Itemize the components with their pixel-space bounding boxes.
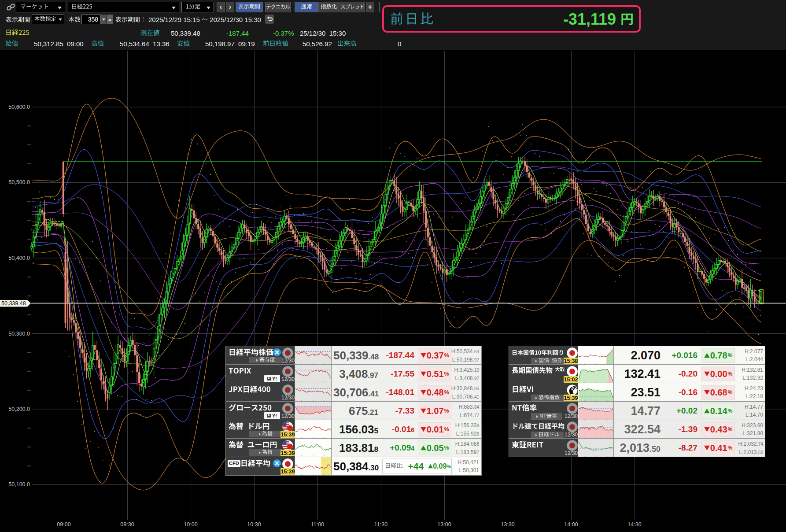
svg-text:50,339.48: 50,339.48 xyxy=(1,300,26,307)
svg-text:50,300.0: 50,300.0 xyxy=(8,331,30,337)
svg-text:13:30: 13:30 xyxy=(501,521,514,528)
svg-text:11:00: 11:00 xyxy=(311,521,324,528)
svg-text:50,200.0: 50,200.0 xyxy=(8,406,30,412)
svg-text:50,100.0: 50,100.0 xyxy=(8,481,30,488)
svg-text:14:00: 14:00 xyxy=(564,521,578,528)
svg-text:14:30: 14:30 xyxy=(627,521,641,528)
svg-text:11:30: 11:30 xyxy=(374,521,387,528)
svg-text:09:30: 09:30 xyxy=(120,521,134,528)
svg-text:50,600.0: 50,600.0 xyxy=(8,104,30,110)
svg-text:50,500.0: 50,500.0 xyxy=(8,179,30,185)
svg-text:50,400.0: 50,400.0 xyxy=(8,255,30,261)
svg-text:13:00: 13:00 xyxy=(437,521,451,528)
svg-text:10:00: 10:00 xyxy=(184,521,197,528)
svg-text:10:30: 10:30 xyxy=(247,521,261,528)
svg-text:09:00: 09:00 xyxy=(57,521,70,528)
